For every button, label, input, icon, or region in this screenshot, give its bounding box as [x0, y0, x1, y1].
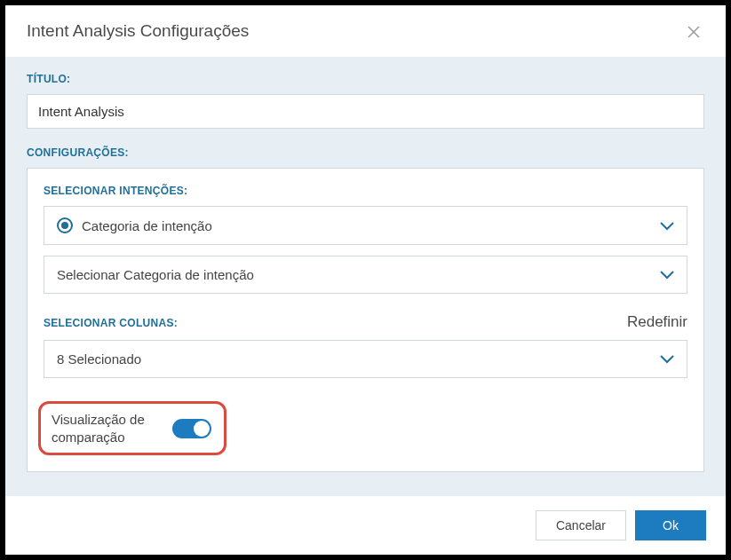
intent-category-text: Categoria de intenção [82, 218, 212, 233]
chevron-down-icon [660, 267, 674, 282]
modal-title: Intent Analysis Configurações [27, 21, 249, 41]
dropdown-content: 8 Selecionado [57, 351, 141, 367]
select-intent-category-dropdown[interactable]: Selecionar Categoria de intenção [44, 256, 687, 294]
select-columns-label: SELECIONAR COLUNAS: [44, 317, 178, 329]
modal-header: Intent Analysis Configurações [5, 5, 726, 57]
toggle-knob [194, 421, 210, 437]
selected-count-text: 8 Selecionado [57, 351, 141, 367]
comparison-view-label: Visualização de comparação [52, 411, 158, 446]
reset-link[interactable]: Redefinir [627, 313, 687, 331]
chevron-down-icon [660, 351, 674, 367]
comparison-view-toggle[interactable] [172, 419, 211, 438]
close-icon [687, 28, 701, 42]
select-intent-category-text: Selecionar Categoria de intenção [57, 267, 254, 282]
title-section-label: TÍTULO: [27, 73, 704, 85]
dropdown-content: Categoria de intenção [57, 217, 212, 233]
dropdown-content: Selecionar Categoria de intenção [57, 267, 254, 282]
radio-selected-icon [57, 217, 73, 233]
config-section-label: CONFIGURAÇÕES: [27, 146, 704, 159]
cancel-button[interactable]: Cancelar [536, 510, 626, 540]
ok-button[interactable]: Ok [635, 510, 706, 540]
modal-dialog: Intent Analysis Configurações TÍTULO: CO… [5, 5, 726, 555]
chevron-down-icon [660, 218, 674, 233]
select-columns-row: SELECIONAR COLUNAS: Redefinir [44, 313, 687, 331]
select-intents-label: SELECIONAR INTENÇÕES: [44, 185, 687, 197]
comparison-view-row: Visualização de comparação [38, 401, 226, 455]
title-input[interactable] [27, 94, 704, 129]
modal-footer: Cancelar Ok [5, 496, 726, 555]
modal-body: TÍTULO: CONFIGURAÇÕES: SELECIONAR INTENÇ… [5, 57, 726, 496]
columns-selected-dropdown[interactable]: 8 Selecionado [44, 340, 687, 378]
close-button[interactable] [683, 21, 704, 44]
config-panel: SELECIONAR INTENÇÕES: Categoria de inten… [27, 168, 704, 472]
intent-category-dropdown[interactable]: Categoria de intenção [44, 206, 687, 245]
